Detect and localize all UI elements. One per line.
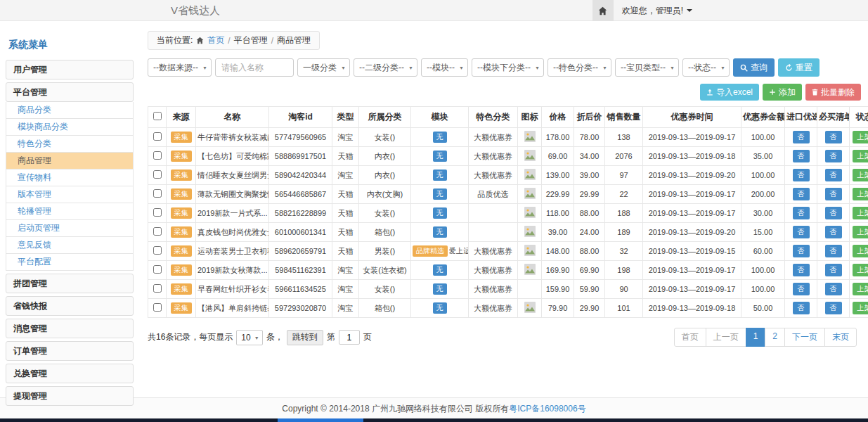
select-all-checkbox[interactable] bbox=[153, 112, 162, 120]
sidebar-item-splash-management[interactable]: 启动页管理 bbox=[6, 220, 134, 237]
batch-delete-button[interactable]: 批量删除 bbox=[805, 84, 861, 101]
page-1-button[interactable]: 1 bbox=[746, 328, 766, 347]
product-category: 内衣() bbox=[359, 166, 411, 185]
sidebar-item-platform-management[interactable]: 平台管理 bbox=[6, 82, 134, 102]
breadcrumb-item-platform[interactable]: 平台管理 bbox=[234, 34, 268, 46]
row-checkbox[interactable] bbox=[153, 246, 162, 255]
search-button[interactable]: 查询 bbox=[733, 58, 775, 77]
user-menu[interactable]: 欢迎您，管理员! bbox=[622, 5, 692, 17]
product-name[interactable]: 2019新款女秋薄款... bbox=[196, 261, 269, 280]
breadcrumb-item-product[interactable]: 商品管理 bbox=[277, 34, 311, 46]
product-name[interactable]: 2019新款一片式系... bbox=[196, 204, 269, 223]
filter-select-featured-category[interactable]: --特色分类-- bbox=[548, 58, 611, 77]
sidebar-item-feedback[interactable]: 意见反馈 bbox=[6, 237, 134, 254]
import-select-toggle[interactable]: 否 bbox=[793, 226, 810, 238]
sidebar-item-module-product-category[interactable]: 模块商品分类 bbox=[6, 119, 134, 136]
import-excel-button[interactable]: 导入excel bbox=[700, 84, 759, 101]
must-buy-toggle[interactable]: 否 bbox=[825, 302, 842, 314]
filter-select-level2-category[interactable]: --二级分类-- bbox=[354, 58, 417, 77]
must-buy-toggle[interactable]: 否 bbox=[825, 150, 842, 162]
import-select-toggle[interactable]: 否 bbox=[793, 188, 810, 200]
import-select-toggle[interactable]: 否 bbox=[793, 150, 810, 162]
sidebar-item-withdraw-management[interactable]: 提现管理 bbox=[6, 386, 134, 406]
sidebar-item-exchange-management[interactable]: 兑换管理 bbox=[6, 364, 134, 383]
status-toggle[interactable]: 上架 bbox=[853, 188, 868, 200]
sidebar-item-user-management[interactable]: 用户管理 bbox=[6, 60, 134, 79]
row-checkbox[interactable] bbox=[153, 132, 162, 141]
status-toggle[interactable]: 上架 bbox=[853, 226, 868, 238]
prev-page-button[interactable]: 上一页 bbox=[706, 328, 746, 347]
filter-select-level1-category[interactable]: 一级分类 bbox=[297, 58, 350, 77]
row-checkbox[interactable] bbox=[153, 208, 162, 217]
icp-link[interactable]: 粤ICP备16098006号 bbox=[509, 404, 585, 414]
status-toggle[interactable]: 上架 bbox=[853, 207, 868, 219]
sidebar-item-product-category[interactable]: 商品分类 bbox=[6, 102, 134, 119]
source-badge: 采集 bbox=[171, 302, 192, 314]
per-page-select[interactable]: 10 bbox=[236, 330, 262, 345]
sidebar-item-groupbuy-management[interactable]: 拼团管理 bbox=[6, 274, 134, 293]
status-toggle[interactable]: 上架 bbox=[853, 302, 868, 314]
status-toggle[interactable]: 上架 bbox=[853, 150, 868, 162]
row-checkbox[interactable] bbox=[153, 227, 162, 236]
must-buy-toggle[interactable]: 否 bbox=[825, 226, 842, 238]
row-checkbox[interactable] bbox=[153, 170, 162, 179]
status-toggle[interactable]: 上架 bbox=[853, 264, 868, 276]
last-page-button[interactable]: 末页 bbox=[824, 328, 857, 347]
sidebar-item-saving-express[interactable]: 省钱快报 bbox=[6, 296, 134, 316]
must-buy-toggle[interactable]: 否 bbox=[825, 131, 842, 143]
home-button[interactable] bbox=[592, 0, 614, 21]
row-checkbox[interactable] bbox=[153, 284, 162, 293]
sidebar-item-message-management[interactable]: 消息管理 bbox=[6, 319, 134, 338]
first-page-button[interactable]: 首页 bbox=[674, 328, 706, 347]
status-toggle[interactable]: 上架 bbox=[853, 131, 868, 143]
row-checkbox[interactable] bbox=[153, 189, 162, 198]
must-buy-toggle[interactable]: 否 bbox=[825, 264, 842, 276]
reset-button[interactable]: 重置 bbox=[778, 58, 820, 77]
must-buy-toggle[interactable]: 否 bbox=[825, 207, 842, 219]
product-name[interactable]: 【港风】单肩斜挎链条... bbox=[196, 299, 269, 318]
add-button[interactable]: 添加 bbox=[763, 84, 802, 101]
import-select-toggle[interactable]: 否 bbox=[793, 131, 810, 143]
filter-select-module[interactable]: --模块-- bbox=[421, 58, 468, 77]
import-select-toggle[interactable]: 否 bbox=[793, 207, 810, 219]
row-checkbox[interactable] bbox=[153, 265, 162, 274]
product-name[interactable]: 情侣睡衣女夏丝绸男士... bbox=[196, 166, 269, 185]
product-name[interactable]: 运动套装男士卫衣初秋... bbox=[196, 242, 269, 261]
sidebar-item-platform-config[interactable]: 平台配置 bbox=[6, 254, 134, 271]
must-buy-toggle[interactable]: 否 bbox=[825, 169, 842, 181]
row-checkbox[interactable] bbox=[153, 151, 162, 160]
next-page-button[interactable]: 下一页 bbox=[784, 328, 825, 347]
filter-select-module-subcategory[interactable]: --模块下分类-- bbox=[472, 58, 544, 77]
import-select-toggle[interactable]: 否 bbox=[793, 302, 810, 314]
product-name[interactable]: 真皮钱包时尚优雅女士... bbox=[196, 223, 269, 242]
page-2-button[interactable]: 2 bbox=[765, 328, 785, 347]
sidebar-item-promo-materials[interactable]: 宣传物料 bbox=[6, 170, 134, 186]
sidebar-item-product-management[interactable]: 商品管理 bbox=[6, 153, 134, 170]
import-select-toggle[interactable]: 否 bbox=[793, 245, 810, 257]
product-name[interactable]: 早春网红针织开衫女春... bbox=[196, 280, 269, 299]
product-name[interactable]: 【七色坊】可爱纯棉家... bbox=[196, 147, 269, 166]
must-buy-toggle[interactable]: 否 bbox=[825, 245, 842, 257]
filter-select-status[interactable]: --状态-- bbox=[682, 58, 730, 77]
must-buy-toggle[interactable]: 否 bbox=[825, 283, 842, 295]
product-name[interactable]: 牛仔背带裤女秋装减龄... bbox=[196, 128, 269, 147]
jump-button[interactable]: 跳转到 bbox=[287, 330, 323, 345]
sidebar-item-version-management[interactable]: 版本管理 bbox=[6, 186, 134, 203]
product-name[interactable]: 薄款无钢圈文胸聚拢性... bbox=[196, 185, 269, 204]
status-toggle[interactable]: 上架 bbox=[853, 169, 868, 181]
filter-select-data-source[interactable]: --数据来源-- bbox=[148, 58, 212, 77]
sidebar-item-carousel-management[interactable]: 轮播管理 bbox=[6, 203, 134, 220]
sidebar-item-featured-category[interactable]: 特色分类 bbox=[6, 136, 134, 153]
breadcrumb-home-link[interactable]: 首页 bbox=[207, 34, 224, 46]
name-search-input[interactable] bbox=[215, 58, 294, 77]
must-buy-toggle[interactable]: 否 bbox=[825, 188, 842, 200]
import-select-toggle[interactable]: 否 bbox=[793, 169, 810, 181]
status-toggle[interactable]: 上架 bbox=[853, 283, 868, 295]
import-select-toggle[interactable]: 否 bbox=[793, 283, 810, 295]
row-checkbox[interactable] bbox=[153, 303, 162, 312]
sidebar-item-order-management[interactable]: 订单管理 bbox=[6, 341, 134, 361]
jump-page-input[interactable] bbox=[339, 330, 360, 345]
status-toggle[interactable]: 上架 bbox=[853, 245, 868, 257]
import-select-toggle[interactable]: 否 bbox=[793, 264, 810, 276]
filter-select-product-type[interactable]: --宝贝类型-- bbox=[615, 58, 679, 77]
